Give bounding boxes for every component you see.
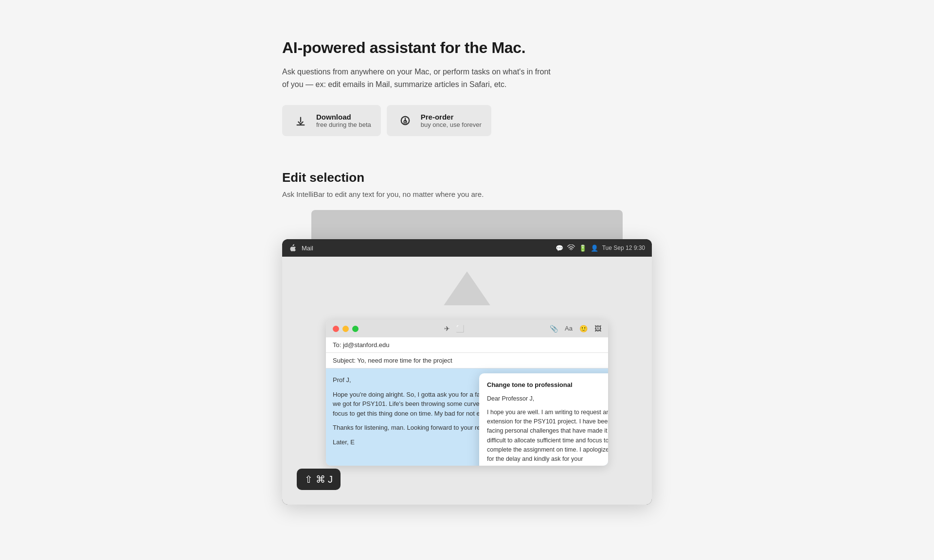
mac-titlebar-right: 💬 🔋 👤 Tue Sep 1 bbox=[556, 245, 645, 252]
edit-section: Edit selection Ask IntelliBar to edit an… bbox=[282, 156, 652, 514]
section-title: Edit selection bbox=[282, 170, 652, 185]
minimize-button[interactable] bbox=[342, 326, 349, 332]
download-text: Download free during the beta bbox=[316, 113, 371, 128]
attach-icon[interactable]: 📎 bbox=[550, 325, 558, 332]
battery-icon: 🔋 bbox=[579, 245, 587, 252]
datetime-display: Tue Sep 12 9:30 bbox=[602, 245, 645, 251]
user-icon: 👤 bbox=[591, 245, 598, 252]
preorder-label: Pre-order bbox=[421, 113, 482, 121]
mac-window-container: Mail 💬 bbox=[282, 239, 652, 505]
subject-field: Subject: Yo, need more time for the proj… bbox=[326, 353, 608, 368]
emoji-icon[interactable]: 🙂 bbox=[579, 325, 588, 332]
traffic-lights bbox=[333, 326, 359, 332]
mac-titlebar: Mail 💬 bbox=[282, 239, 652, 257]
apple-icon bbox=[289, 244, 297, 252]
ai-popup-content: Dear Professor J, I hope you are well. I… bbox=[487, 394, 608, 466]
mac-titlebar-left: Mail bbox=[289, 244, 313, 252]
mail-compose-actions: ✈ ⬜ bbox=[444, 325, 464, 332]
download-sublabel: free during the beta bbox=[316, 121, 371, 128]
hero-section: AI-powered assistant for the Mac. Ask qu… bbox=[282, 29, 652, 156]
preorder-text: Pre-order buy once, use forever bbox=[421, 113, 482, 128]
mac-app-name: Mail bbox=[302, 245, 313, 252]
preorder-sublabel: buy once, use forever bbox=[421, 121, 482, 128]
section-subtitle: Ask IntelliBar to edit any text for you,… bbox=[282, 190, 652, 198]
mac-window-outer: Mail 💬 bbox=[282, 210, 652, 505]
download-icon bbox=[292, 112, 309, 129]
wifi-icon bbox=[567, 245, 575, 252]
preorder-button[interactable]: Pre-order buy once, use forever bbox=[387, 105, 491, 136]
mail-compose-titlebar: ✈ ⬜ 📎 Aa 🙂 🖼 bbox=[326, 320, 608, 337]
close-button[interactable] bbox=[333, 326, 339, 332]
ai-content-body: I hope you are well. I am writing to req… bbox=[487, 408, 608, 466]
keyboard-shortcut-text: ⇧ ⌘ J bbox=[305, 473, 333, 485]
svg-point-3 bbox=[571, 249, 572, 250]
image-icon[interactable]: 🖼 bbox=[594, 325, 601, 332]
cta-buttons: Download free during the beta Pre-or bbox=[282, 105, 652, 136]
window-backdrop bbox=[311, 210, 623, 239]
layout-icon[interactable]: ⬜ bbox=[456, 325, 464, 332]
ai-popup-title: Change tone to professional bbox=[487, 381, 608, 388]
hero-title: AI-powered assistant for the Mac. bbox=[282, 39, 652, 57]
hero-subtitle: Ask questions from anywhere on your Mac,… bbox=[282, 66, 555, 90]
mail-compose-window: ✈ ⬜ 📎 Aa 🙂 🖼 bbox=[326, 320, 608, 466]
mail-toolbar-right: 📎 Aa 🙂 🖼 bbox=[550, 325, 601, 332]
to-field: To: jd@stanford.edu bbox=[326, 337, 608, 353]
mail-fields: To: jd@stanford.edu Subject: Yo, need mo… bbox=[326, 337, 608, 368]
mail-body-area: Prof J, Hope you're doing alright. So, I… bbox=[326, 368, 608, 466]
chevron-shape bbox=[438, 271, 496, 305]
mac-window: Mail 💬 bbox=[282, 239, 652, 505]
ai-content-greeting: Dear Professor J, bbox=[487, 394, 608, 403]
ai-suggestion-popup: Change tone to professional Dear Profess… bbox=[479, 373, 608, 466]
chat-icon: 💬 bbox=[556, 245, 563, 252]
font-icon[interactable]: Aa bbox=[565, 325, 573, 332]
preorder-icon bbox=[396, 112, 414, 129]
maximize-button[interactable] bbox=[352, 326, 359, 332]
send-icon[interactable]: ✈ bbox=[444, 325, 450, 332]
download-label: Download bbox=[316, 113, 371, 121]
download-button[interactable]: Download free during the beta bbox=[282, 105, 381, 136]
keyboard-shortcut-badge: ⇧ ⌘ J bbox=[297, 469, 341, 490]
